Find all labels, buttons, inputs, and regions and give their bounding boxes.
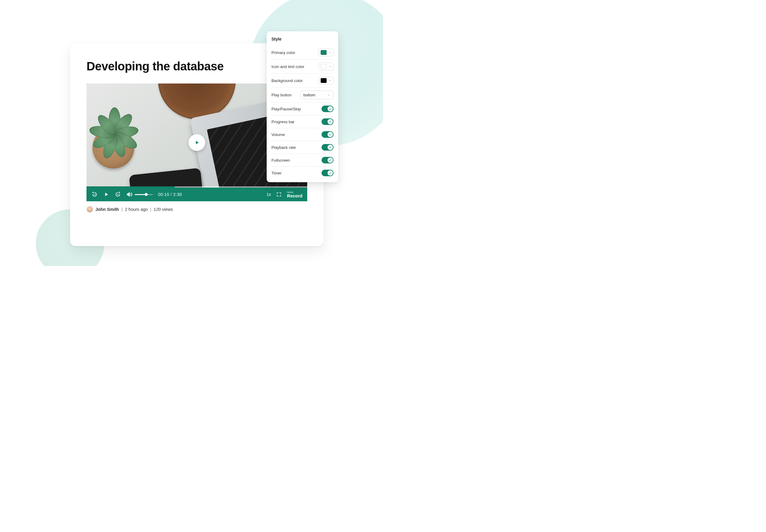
row-background-color: Background color — [271, 74, 333, 88]
label-play-pause-skip: Play/Pause/Skip — [271, 107, 301, 111]
toggle-play-pause-skip[interactable] — [322, 106, 333, 112]
time-ago: 2 hours ago — [125, 207, 148, 212]
play-icon — [194, 140, 200, 146]
chevron-down-icon — [328, 51, 331, 54]
swatch-icon-text — [321, 64, 327, 69]
fullscreen-button[interactable] — [276, 192, 282, 197]
toggle-fullscreen[interactable] — [322, 157, 333, 163]
row-volume: Volume — [271, 128, 333, 141]
background-color-picker[interactable] — [319, 77, 333, 84]
row-timer: Timer — [271, 167, 333, 179]
check-icon — [329, 159, 332, 162]
check-icon — [329, 133, 332, 136]
brand-small: Neeto — [287, 191, 293, 194]
play-button-select[interactable]: bottom — [300, 91, 333, 99]
playback-rate-button[interactable]: 1x — [267, 192, 271, 197]
label-play-button: Play button — [271, 93, 292, 97]
brand-logo: Neeto Record — [287, 191, 302, 198]
check-icon — [329, 171, 332, 174]
toggle-progress-bar[interactable] — [322, 118, 333, 125]
playback-timer: 00:10 / 2:30 — [158, 192, 182, 197]
swatch-primary — [321, 50, 327, 55]
toggle-volume[interactable] — [322, 131, 333, 138]
label-playback-rate: Playback rate — [271, 145, 296, 150]
avatar — [87, 206, 93, 213]
check-icon — [329, 107, 332, 110]
volume-icon — [126, 191, 132, 197]
volume-slider[interactable] — [135, 194, 153, 195]
play-button-center[interactable] — [189, 134, 205, 151]
row-icon-text-color: Icon and text color — [271, 60, 333, 74]
svg-marker-2 — [127, 192, 130, 196]
toggle-playback-rate[interactable] — [322, 144, 333, 151]
label-fullscreen: Fullscreen — [271, 158, 290, 163]
play-icon — [103, 191, 109, 197]
icon-text-color-picker[interactable] — [319, 63, 333, 70]
primary-color-picker[interactable] — [319, 49, 333, 56]
svg-text:10: 10 — [93, 194, 96, 196]
label-progress-bar: Progress bar — [271, 120, 294, 124]
volume-button[interactable] — [126, 191, 132, 197]
label-background-color: Background color — [271, 78, 303, 83]
check-icon — [329, 120, 332, 123]
svg-text:10: 10 — [117, 194, 119, 196]
skip-forward-button[interactable]: 10 — [115, 191, 121, 198]
label-volume: Volume — [271, 132, 285, 137]
row-playback-rate: Playback rate — [271, 141, 333, 154]
row-fullscreen: Fullscreen — [271, 154, 333, 167]
row-progress-bar: Progress bar — [271, 115, 333, 128]
chevron-down-icon — [328, 65, 331, 68]
play-button-select-value: bottom — [303, 93, 315, 97]
style-panel: Style Primary color Icon and text color … — [267, 31, 338, 182]
meta-separator: | — [150, 207, 151, 212]
label-timer: Timer — [271, 171, 282, 175]
label-icon-text-color: Icon and text color — [271, 64, 304, 69]
author-name: John Smith — [95, 207, 119, 212]
row-play-pause-skip: Play/Pause/Skip — [271, 103, 333, 115]
skip-back-button[interactable]: 10 — [91, 191, 98, 198]
check-icon — [329, 146, 332, 149]
row-play-button: Play button bottom — [271, 88, 333, 103]
video-control-bar: 10 10 — [87, 188, 307, 201]
brand-big: Record — [287, 194, 302, 198]
style-panel-heading: Style — [271, 37, 333, 41]
swatch-background — [321, 78, 327, 83]
fullscreen-icon — [276, 192, 282, 197]
label-primary-color: Primary color — [271, 50, 295, 55]
video-meta: John Smith | 2 hours ago | 120 views — [87, 206, 307, 213]
view-count: 120 views — [154, 207, 173, 212]
chevron-down-icon — [327, 94, 330, 97]
play-pause-button[interactable] — [103, 191, 109, 197]
chevron-down-icon — [328, 79, 331, 82]
toggle-timer[interactable] — [322, 170, 333, 176]
meta-separator: | — [121, 207, 123, 212]
row-primary-color: Primary color — [271, 46, 333, 60]
